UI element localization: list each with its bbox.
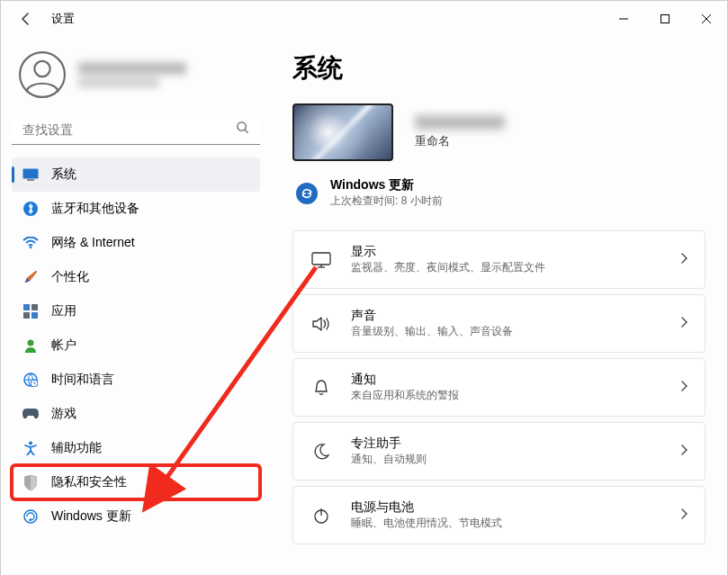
maximize-button[interactable] (644, 1, 686, 37)
svg-point-21 (24, 510, 37, 523)
svg-rect-12 (23, 304, 30, 310)
card-title: 显示 (351, 244, 679, 260)
sound-icon (310, 316, 333, 332)
sidebar-item-apps[interactable]: 应用 (12, 294, 260, 328)
update-subtitle: 上次检查时间: 8 小时前 (330, 193, 443, 209)
power-icon (310, 507, 333, 525)
windows-update-row[interactable]: Windows 更新 上次检查时间: 8 小时前 (292, 177, 706, 218)
brush-icon (22, 269, 39, 285)
profile-text (78, 62, 186, 87)
sidebar-item-label: 时间和语言 (51, 372, 114, 388)
svg-point-6 (238, 122, 246, 130)
sidebar-item-label: 帐户 (51, 337, 76, 354)
chevron-right-icon (679, 380, 688, 396)
card-title: 声音 (351, 308, 679, 324)
sidebar-item-time-language[interactable]: 时间和语言 (12, 363, 260, 397)
card-text: 声音 音量级别、输出、输入、声音设备 (351, 308, 679, 339)
svg-rect-1 (661, 15, 670, 23)
settings-cards: 显示 监视器、亮度、夜间模式、显示配置文件 声音 音量级别、输出、输入、声音设备 (292, 230, 706, 544)
card-power-battery[interactable]: 电源与电池 睡眠、电池使用情况、节电模式 (292, 486, 706, 544)
search-icon (236, 121, 249, 138)
card-title: 通知 (351, 372, 679, 388)
card-title: 电源与电池 (351, 499, 679, 516)
titlebar-left: 设置 (17, 10, 75, 28)
sidebar-item-label: 蓝牙和其他设备 (51, 201, 139, 217)
system-icon (22, 166, 39, 183)
rename-link[interactable]: 重命名 (415, 133, 505, 149)
moon-icon (310, 443, 333, 461)
card-display[interactable]: 显示 监视器、亮度、夜间模式、显示配置文件 (292, 230, 706, 289)
avatar-icon (19, 51, 66, 98)
sidebar-item-privacy[interactable]: 隐私和安全性 (12, 465, 260, 499)
back-button[interactable] (17, 10, 35, 28)
svg-point-20 (29, 442, 32, 445)
sidebar-item-accounts[interactable]: 帐户 (12, 328, 260, 363)
apps-icon (22, 303, 39, 319)
svg-rect-13 (31, 304, 38, 310)
app-title: 设置 (51, 11, 75, 27)
svg-point-16 (28, 340, 34, 346)
sidebar-item-label: 辅助功能 (51, 440, 102, 456)
sidebar-item-label: Windows 更新 (51, 508, 131, 525)
svg-point-5 (34, 61, 49, 76)
sidebar-item-accessibility[interactable]: 辅助功能 (12, 431, 260, 465)
sidebar-item-label: 应用 (51, 303, 76, 319)
chevron-right-icon (679, 444, 688, 460)
bluetooth-icon (22, 201, 39, 217)
card-subtitle: 通知、自动规则 (351, 452, 679, 467)
search-input[interactable] (22, 122, 236, 137)
card-subtitle: 睡眠、电池使用情况、节电模式 (351, 516, 679, 531)
profile-name-obscured (78, 62, 186, 75)
sidebar: 系统 蓝牙和其他设备 网络 & Internet 个性化 应用 (1, 37, 271, 575)
svg-line-7 (245, 130, 247, 132)
chevron-right-icon (679, 316, 688, 332)
sidebar-item-network[interactable]: 网络 & Internet (12, 226, 260, 260)
user-icon (22, 337, 39, 354)
chevron-right-icon (679, 252, 688, 268)
svg-rect-15 (31, 312, 38, 319)
svg-rect-9 (27, 179, 34, 181)
page-title: 系统 (292, 51, 706, 85)
card-notifications[interactable]: 通知 来自应用和系统的警报 (292, 358, 706, 417)
device-meta: 重命名 (415, 115, 505, 149)
main-panel: 系统 重命名 Windows 更新 上次检查时间: 8 小时前 (271, 37, 727, 575)
device-thumbnail[interactable] (292, 103, 393, 161)
device-name-obscured (415, 115, 505, 130)
card-text: 电源与电池 睡眠、电池使用情况、节电模式 (351, 499, 679, 531)
sidebar-item-bluetooth[interactable]: 蓝牙和其他设备 (12, 192, 260, 226)
card-text: 显示 监视器、亮度、夜间模式、显示配置文件 (351, 244, 679, 275)
sidebar-item-windows-update[interactable]: Windows 更新 (12, 499, 260, 534)
display-icon (310, 252, 333, 268)
sidebar-nav: 系统 蓝牙和其他设备 网络 & Internet 个性化 应用 (12, 157, 260, 534)
card-text: 专注助手 通知、自动规则 (351, 436, 679, 467)
card-title: 专注助手 (351, 436, 679, 452)
close-button[interactable] (686, 1, 727, 37)
update-icon (22, 508, 39, 525)
sidebar-item-label: 隐私和安全性 (51, 474, 127, 490)
titlebar: 设置 (1, 1, 727, 37)
minimize-button[interactable] (603, 1, 644, 37)
card-subtitle: 监视器、亮度、夜间模式、显示配置文件 (351, 260, 679, 275)
card-subtitle: 音量级别、输出、输入、声音设备 (351, 324, 679, 339)
svg-rect-8 (23, 169, 39, 179)
card-subtitle: 来自应用和系统的警报 (351, 388, 679, 403)
profile-email-obscured (78, 78, 159, 87)
window-controls (603, 1, 727, 37)
card-focus-assist[interactable]: 专注助手 通知、自动规则 (292, 422, 706, 481)
user-profile[interactable] (12, 46, 260, 114)
sidebar-item-personalization[interactable]: 个性化 (12, 260, 260, 294)
card-sound[interactable]: 声音 音量级别、输出、输入、声音设备 (292, 294, 706, 353)
update-title: Windows 更新 (330, 177, 443, 193)
update-sync-icon (296, 183, 318, 204)
gamepad-icon (22, 406, 39, 422)
shield-icon (22, 474, 39, 490)
sidebar-item-label: 网络 & Internet (51, 235, 135, 251)
sidebar-item-system[interactable]: 系统 (12, 157, 260, 192)
settings-window: 设置 (0, 0, 728, 575)
sidebar-item-label: 个性化 (51, 269, 89, 285)
accessibility-icon (22, 440, 39, 456)
sidebar-item-gaming[interactable]: 游戏 (12, 397, 260, 431)
search-box[interactable] (12, 114, 260, 145)
bell-icon (310, 379, 333, 397)
svg-rect-22 (312, 253, 330, 265)
